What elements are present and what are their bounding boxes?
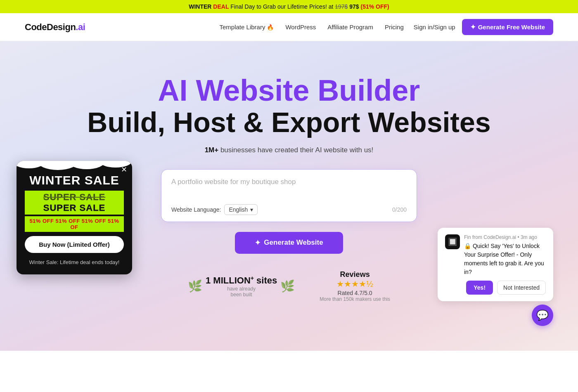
popup-footer: Winter Sale: Lifetime deal ends today! bbox=[25, 259, 124, 266]
original-price: 197$ bbox=[335, 3, 348, 10]
chat-bubble-button[interactable]: 💬 bbox=[532, 305, 553, 326]
star-icon: ✦ bbox=[470, 23, 476, 31]
chat-actions: Yes! Not Interested bbox=[445, 281, 546, 295]
review-more: More than 150k makers use this bbox=[320, 296, 390, 302]
language-dropdown[interactable]: English ▾ bbox=[224, 204, 258, 215]
language-selector: Website Language: English ▾ bbox=[171, 204, 258, 215]
super-sale-line-2: SUPER SALE bbox=[25, 203, 124, 213]
nav-item-wordpress[interactable]: WordPress bbox=[285, 24, 316, 31]
hero-title-ai: AI Website Builder bbox=[158, 74, 420, 107]
stats-row: 🌿 1 MILLION+ sites have already been bui… bbox=[188, 270, 390, 302]
chevron-down-icon: ▾ bbox=[250, 206, 253, 213]
stat-million: 🌿 1 MILLION+ sites have already been bui… bbox=[188, 275, 295, 298]
template-library-link[interactable]: Template Library 🔥 bbox=[220, 24, 274, 31]
nav-item-affiliate[interactable]: Affiliate Program bbox=[327, 24, 373, 31]
hero-subtitle: 1M+ businesses have created their AI web… bbox=[205, 146, 374, 154]
yes-button[interactable]: Yes! bbox=[466, 281, 493, 295]
wordpress-link[interactable]: WordPress bbox=[285, 24, 316, 31]
popup-title: WINTER SALE bbox=[25, 173, 124, 187]
popup-close-button[interactable]: ✕ bbox=[121, 165, 127, 174]
website-input-box: Website Language: English ▾ 0/200 bbox=[161, 169, 417, 222]
chat-notification: 🔲 Fin from CodeDesign.ai • 3m ago 🔒 Quic… bbox=[438, 228, 553, 301]
input-bottom-bar: Website Language: English ▾ 0/200 bbox=[171, 204, 407, 215]
hero-title-sub: Build, Host & Export Websites bbox=[87, 107, 490, 138]
generate-website-button[interactable]: ✦ Generate Website bbox=[235, 232, 343, 254]
not-interested-button[interactable]: Not Interested bbox=[497, 281, 546, 295]
review-score: Rated 4.7/5.0 bbox=[338, 290, 372, 296]
website-description-input[interactable] bbox=[171, 178, 407, 198]
million-sublabel1: have already bbox=[206, 286, 277, 292]
nav-generate-button[interactable]: ✦ Generate Free Website bbox=[462, 19, 553, 35]
fire-icon: 🔥 bbox=[267, 24, 274, 31]
million-number: 1 MILLION+ sites bbox=[206, 275, 277, 286]
language-value: English bbox=[229, 206, 248, 213]
stat-reviews: Reviews ★★★★½ Rated 4.7/5.0 More than 15… bbox=[320, 270, 390, 302]
chat-from: Fin from CodeDesign.ai • 3m ago bbox=[464, 234, 546, 240]
laurel-right-icon: 🌿 bbox=[280, 279, 295, 293]
chat-avatar: 🔲 bbox=[445, 234, 460, 249]
winter-sale-popup: ✕ WINTER SALE SUPER SALE SUPER SALE 51% … bbox=[17, 161, 132, 274]
deal-word: DEAL bbox=[213, 3, 229, 10]
char-count: 0/200 bbox=[392, 206, 407, 213]
nav-item-pricing[interactable]: Pricing bbox=[385, 24, 404, 31]
chat-message: 🔒 Quick! Say 'Yes' to Unlock Your Surpri… bbox=[464, 242, 546, 276]
logo[interactable]: CodeDesign.ai bbox=[25, 22, 85, 33]
super-sale-banner: SUPER SALE SUPER SALE bbox=[25, 191, 124, 215]
laurel-left-icon: 🌿 bbox=[188, 279, 202, 293]
snow-decoration bbox=[17, 161, 132, 173]
nav-links: Template Library 🔥 WordPress Affiliate P… bbox=[220, 24, 404, 31]
reviews-title: Reviews bbox=[340, 270, 370, 279]
discount-badge: (51% OFF) bbox=[361, 3, 389, 10]
announcement-bar: WINTER DEAL Final Day to Grab our Lifeti… bbox=[0, 0, 578, 13]
affiliate-link[interactable]: Affiliate Program bbox=[327, 24, 373, 31]
million-sublabel2: been built bbox=[206, 292, 277, 298]
signin-link[interactable]: Sign in/Sign up bbox=[414, 24, 455, 31]
new-price: 97$ bbox=[349, 3, 359, 10]
hero-section: AI Website Builder Build, Host & Export … bbox=[0, 41, 578, 351]
super-sale-line-1: SUPER SALE bbox=[25, 192, 124, 203]
nav-item-template[interactable]: Template Library 🔥 bbox=[220, 24, 274, 31]
chat-avatar-icon: 🔲 bbox=[448, 237, 457, 246]
announcement-text: WINTER DEAL Final Day to Grab our Lifeti… bbox=[189, 3, 389, 10]
generate-star-icon: ✦ bbox=[255, 239, 261, 247]
navbar: CodeDesign.ai Template Library 🔥 WordPre… bbox=[0, 13, 578, 41]
chat-bubble-icon: 💬 bbox=[536, 309, 549, 321]
language-label: Website Language: bbox=[171, 206, 221, 213]
buy-now-button[interactable]: Buy Now (Limited Offer) bbox=[25, 236, 124, 253]
pricing-link[interactable]: Pricing bbox=[385, 24, 404, 31]
discount-banner: 51% OFF 51% OFF 51% OFF 51% OF bbox=[25, 216, 124, 232]
review-stars: ★★★★½ bbox=[336, 279, 373, 289]
